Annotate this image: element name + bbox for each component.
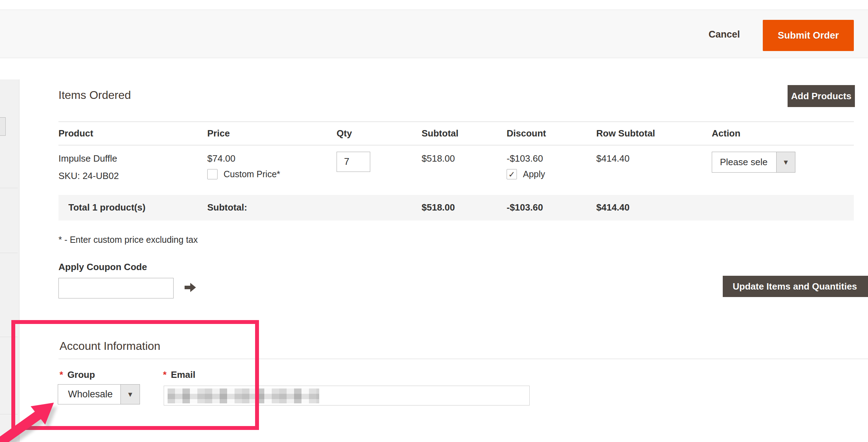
totals-row-subtotal-value: $414.40 bbox=[596, 195, 712, 220]
cancel-button[interactable]: Cancel bbox=[709, 29, 740, 40]
col-header-product: Product bbox=[58, 122, 207, 145]
apply-discount-label: Apply bbox=[523, 169, 545, 179]
group-select-value: Wholesale bbox=[68, 385, 113, 404]
sidebar-divider bbox=[0, 414, 18, 414]
action-select-arrow-box[interactable]: ▼ bbox=[776, 152, 795, 172]
coupon-code-input[interactable] bbox=[58, 278, 174, 298]
item-discount: -$103.60 bbox=[507, 153, 596, 164]
apply-discount-checkbox[interactable]: ✓ bbox=[507, 169, 517, 179]
annotation-highlight-rectangle bbox=[11, 320, 259, 430]
col-header-discount: Discount bbox=[507, 122, 596, 145]
annotation-arrow bbox=[0, 0, 868, 442]
required-asterisk: * bbox=[60, 369, 63, 380]
table-header-row: Product Price Qty Subtotal Discount Row … bbox=[58, 122, 854, 145]
email-field-label: *Email bbox=[163, 369, 196, 380]
sidebar-divider bbox=[0, 337, 18, 337]
chevron-down-icon: ▼ bbox=[128, 391, 133, 398]
custom-price-checkbox[interactable] bbox=[207, 169, 218, 179]
custom-price-footnote: * - Enter custom price excluding tax bbox=[58, 235, 198, 245]
left-sidebar-strip bbox=[0, 79, 19, 442]
totals-subtotal-value: $518.00 bbox=[422, 195, 507, 220]
col-header-row-subtotal: Row Subtotal bbox=[596, 122, 712, 145]
totals-row: Total 1 product(s) Subtotal: $518.00 -$1… bbox=[58, 195, 854, 220]
arrow-right-icon bbox=[184, 282, 196, 293]
items-ordered-title: Items Ordered bbox=[58, 89, 131, 102]
required-asterisk: * bbox=[163, 369, 167, 380]
sidebar-divider bbox=[0, 253, 18, 253]
group-select[interactable]: Wholesale ▼ bbox=[58, 384, 140, 404]
apply-coupon-button[interactable] bbox=[182, 280, 198, 295]
action-select-value: Please sele bbox=[720, 152, 767, 172]
sidebar-divider bbox=[0, 188, 18, 188]
col-header-subtotal: Subtotal bbox=[422, 122, 507, 145]
group-field-label: *Group bbox=[60, 369, 95, 380]
email-field[interactable] bbox=[164, 386, 530, 405]
col-header-qty: Qty bbox=[337, 122, 422, 145]
redacted-email-text bbox=[168, 388, 319, 403]
submit-order-button[interactable]: Submit Order bbox=[763, 20, 854, 51]
table-row: Impulse Duffle SKU: 24-UB02 $74.00 Custo… bbox=[58, 145, 854, 195]
group-select-arrow-box[interactable]: ▼ bbox=[120, 385, 140, 404]
product-name: Impulse Duffle bbox=[58, 153, 207, 164]
add-products-button[interactable]: Add Products bbox=[788, 85, 855, 107]
action-select[interactable]: Please sele ▼ bbox=[712, 152, 795, 173]
qty-input[interactable] bbox=[337, 152, 370, 172]
custom-price-label: Custom Price* bbox=[224, 169, 280, 179]
sidebar-stub-button[interactable] bbox=[0, 117, 6, 136]
update-items-button[interactable]: Update Items and Quantities bbox=[723, 276, 868, 297]
item-row-subtotal: $414.40 bbox=[596, 153, 712, 164]
chevron-down-icon: ▼ bbox=[784, 159, 788, 166]
apply-coupon-title: Apply Coupon Code bbox=[58, 262, 147, 273]
col-header-price: Price bbox=[207, 122, 337, 145]
item-price: $74.00 bbox=[207, 153, 337, 164]
totals-subtotal-label: Subtotal: bbox=[207, 195, 337, 220]
col-header-action: Action bbox=[712, 122, 854, 145]
totals-discount-value: -$103.60 bbox=[507, 195, 596, 220]
item-subtotal: $518.00 bbox=[422, 153, 507, 164]
totals-label: Total 1 product(s) bbox=[58, 195, 207, 220]
checkmark-icon: ✓ bbox=[508, 170, 515, 179]
account-information-title: Account Information bbox=[60, 340, 160, 353]
product-sku: SKU: 24-UB02 bbox=[58, 170, 207, 181]
section-divider bbox=[58, 359, 868, 359]
items-ordered-table: Product Price Qty Subtotal Discount Row … bbox=[58, 122, 854, 220]
